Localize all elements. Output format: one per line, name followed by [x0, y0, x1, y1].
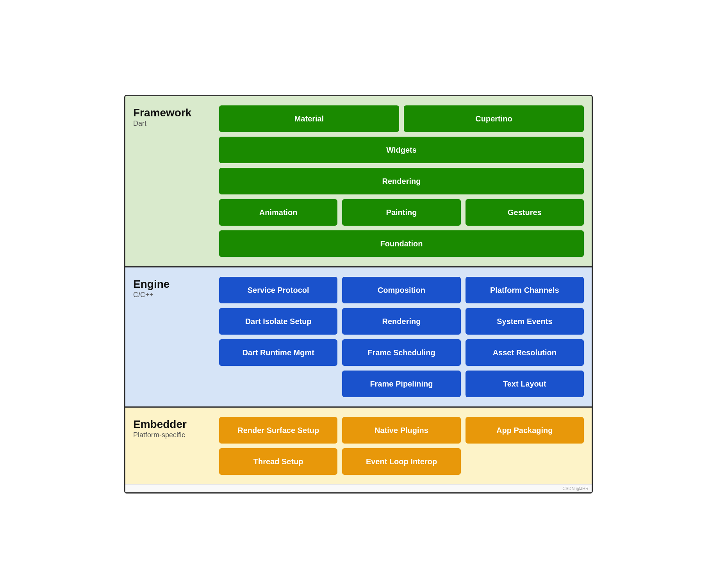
engine-row-2: Dart Isolate Setup Rendering System Even…	[219, 308, 584, 335]
rendering-fw-button[interactable]: Rendering	[219, 168, 584, 194]
framework-subtitle: Dart	[133, 119, 219, 128]
event-loop-button[interactable]: Event Loop Interop	[342, 448, 460, 475]
dart-runtime-button[interactable]: Dart Runtime Mgmt	[219, 339, 337, 366]
embedder-section: Embedder Platform-specific Render Surfac…	[125, 408, 592, 484]
engine-row-3: Dart Runtime Mgmt Frame Scheduling Asset…	[219, 339, 584, 366]
framework-row-1: Material Cupertino	[219, 105, 584, 132]
render-surface-button[interactable]: Render Surface Setup	[219, 417, 337, 444]
engine-subtitle: C/C++	[133, 291, 219, 299]
system-events-button[interactable]: System Events	[466, 308, 584, 335]
engine-row-1: Service Protocol Composition Platform Ch…	[219, 277, 584, 303]
rendering-eng-button[interactable]: Rendering	[342, 308, 460, 335]
framework-row-4: Animation Painting Gestures	[219, 199, 584, 226]
asset-resolution-button[interactable]: Asset Resolution	[466, 339, 584, 366]
engine-row-4: Frame Pipelining Text Layout	[219, 371, 584, 397]
engine-content: Service Protocol Composition Platform Ch…	[219, 277, 584, 397]
app-packaging-button[interactable]: App Packaging	[466, 417, 584, 444]
embedder-label: Embedder Platform-specific	[133, 417, 219, 475]
engine-label: Engine C/C++	[133, 277, 219, 397]
service-protocol-button[interactable]: Service Protocol	[219, 277, 337, 303]
engine-title: Engine	[133, 278, 219, 290]
frame-scheduling-button[interactable]: Frame Scheduling	[342, 339, 460, 366]
framework-row-3: Rendering	[219, 168, 584, 194]
framework-content: Material Cupertino Widgets Rendering Ani…	[219, 105, 584, 257]
embedder-title: Embedder	[133, 419, 219, 431]
thread-setup-button[interactable]: Thread Setup	[219, 448, 337, 475]
framework-title: Framework	[133, 107, 219, 119]
gestures-button[interactable]: Gestures	[466, 199, 584, 226]
animation-button[interactable]: Animation	[219, 199, 337, 226]
watermark: CSDN @JHR	[125, 484, 592, 492]
engine-section: Engine C/C++ Service Protocol Compositio…	[125, 267, 592, 408]
native-plugins-button[interactable]: Native Plugins	[342, 417, 460, 444]
embedder-subtitle: Platform-specific	[133, 431, 219, 439]
material-button[interactable]: Material	[219, 105, 399, 132]
framework-row-5: Foundation	[219, 230, 584, 257]
composition-button[interactable]: Composition	[342, 277, 460, 303]
painting-button[interactable]: Painting	[342, 199, 460, 226]
embedder-row-1: Render Surface Setup Native Plugins App …	[219, 417, 584, 444]
dart-isolate-button[interactable]: Dart Isolate Setup	[219, 308, 337, 335]
framework-label: Framework Dart	[133, 105, 219, 257]
flutter-architecture-diagram: Framework Dart Material Cupertino Widget…	[124, 95, 593, 494]
platform-channels-button[interactable]: Platform Channels	[466, 277, 584, 303]
framework-row-2: Widgets	[219, 137, 584, 163]
frame-pipelining-button[interactable]: Frame Pipelining	[342, 371, 460, 397]
widgets-button[interactable]: Widgets	[219, 137, 584, 163]
foundation-button[interactable]: Foundation	[219, 230, 584, 257]
framework-section: Framework Dart Material Cupertino Widget…	[125, 96, 592, 267]
embedder-row-2: Thread Setup Event Loop Interop	[219, 448, 584, 475]
embedder-content: Render Surface Setup Native Plugins App …	[219, 417, 584, 475]
text-layout-button[interactable]: Text Layout	[466, 371, 584, 397]
cupertino-button[interactable]: Cupertino	[404, 105, 584, 132]
